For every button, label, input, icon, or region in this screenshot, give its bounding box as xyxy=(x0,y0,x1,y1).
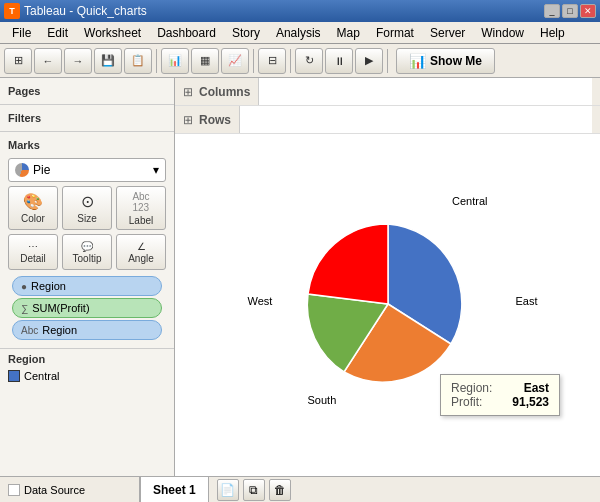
toolbar-save-button[interactable]: 💾 xyxy=(94,48,122,74)
sheet1-label: Sheet 1 xyxy=(153,483,196,497)
toolbar-filter-button[interactable]: ⊟ xyxy=(258,48,286,74)
window-controls[interactable]: _ □ ✕ xyxy=(544,4,596,18)
title-bar: T Tableau - Quick_charts _ □ ✕ xyxy=(0,0,600,22)
toolbar-back-button[interactable]: ← xyxy=(34,48,62,74)
toolbar-separator-1 xyxy=(156,49,157,73)
tooltip-label: Tooltip xyxy=(73,253,102,264)
tooltip-region-value: East xyxy=(524,381,549,395)
toolbar: ⊞ ← → 💾 📋 📊 ▦ 📈 ⊟ ↻ ⏸ ▶ 📊 Show Me xyxy=(0,44,600,78)
field-pills: ● Region ∑ SUM(Profit) Abc Region xyxy=(8,272,166,344)
columns-shelf[interactable]: ⊞ Columns xyxy=(175,78,600,106)
toolbar-grid-button[interactable]: ⊞ xyxy=(4,48,32,74)
angle-icon: ∠ xyxy=(137,241,146,252)
toolbar-forward-button[interactable]: → xyxy=(64,48,92,74)
toolbar-chart-button[interactable]: 📊 xyxy=(161,48,189,74)
detail-icon: ⋯ xyxy=(28,241,38,252)
label-mark-button[interactable]: Abc123 Label xyxy=(116,186,166,230)
rows-shelf[interactable]: ⊞ Rows xyxy=(175,106,600,134)
abc-icon: Abc xyxy=(21,325,38,336)
rows-label: Rows xyxy=(199,113,231,127)
menu-analysis[interactable]: Analysis xyxy=(268,24,329,42)
region-label-pill[interactable]: Abc Region xyxy=(12,320,162,340)
mark-buttons-row1: 🎨 Color ⊙ Size Abc123 Label xyxy=(8,186,166,230)
minimize-button[interactable]: _ xyxy=(544,4,560,18)
delete-sheet-icon[interactable]: 🗑 xyxy=(269,479,291,501)
tooltip-mark-button[interactable]: 💬 Tooltip xyxy=(62,234,112,270)
color-label: Color xyxy=(21,213,45,224)
region-color-label: Region xyxy=(31,280,66,292)
toolbar-refresh-button[interactable]: ↻ xyxy=(295,48,323,74)
color-mark-button[interactable]: 🎨 Color xyxy=(8,186,58,230)
menu-file[interactable]: File xyxy=(4,24,39,42)
tooltip-profit-row: Profit: 91,523 xyxy=(451,395,549,409)
menu-dashboard[interactable]: Dashboard xyxy=(149,24,224,42)
dimension-value: Central xyxy=(24,370,59,382)
menu-bar: File Edit Worksheet Dashboard Story Anal… xyxy=(0,22,600,44)
region-label-text: Region xyxy=(42,324,77,336)
duplicate-sheet-icon[interactable]: ⧉ xyxy=(243,479,265,501)
menu-edit[interactable]: Edit xyxy=(39,24,76,42)
menu-help[interactable]: Help xyxy=(532,24,573,42)
menu-map[interactable]: Map xyxy=(329,24,368,42)
toolbar-separator-4 xyxy=(387,49,388,73)
menu-story[interactable]: Story xyxy=(224,24,268,42)
toolbar-run-button[interactable]: ▶ xyxy=(355,48,383,74)
main-layout: Pages Filters Marks Pie ▾ 🎨 Color xyxy=(0,78,600,476)
size-mark-button[interactable]: ⊙ Size xyxy=(62,186,112,230)
app-icon: T xyxy=(4,3,20,19)
angle-label: Angle xyxy=(128,253,154,264)
tooltip-icon: 💬 xyxy=(81,241,93,252)
menu-worksheet[interactable]: Worksheet xyxy=(76,24,149,42)
size-label: Size xyxy=(77,213,96,224)
dimension-area: Region Central xyxy=(0,349,174,476)
dimension-item: Central xyxy=(8,369,166,383)
columns-grid-icon: ⊞ xyxy=(183,85,193,99)
marks-label: Marks xyxy=(8,136,166,154)
rows-shelf-content[interactable] xyxy=(239,106,592,133)
marks-dropdown-left: Pie xyxy=(15,163,50,177)
toolbar-chart2-button[interactable]: 📈 xyxy=(221,48,249,74)
columns-shelf-content[interactable] xyxy=(258,78,592,105)
datasource-checkbox[interactable] xyxy=(8,484,20,496)
dimension-color-swatch xyxy=(8,370,20,382)
filters-label: Filters xyxy=(8,109,166,127)
toolbar-bar-button[interactable]: ▦ xyxy=(191,48,219,74)
tooltip-region-row: Region: East xyxy=(451,381,549,395)
angle-mark-button[interactable]: ∠ Angle xyxy=(116,234,166,270)
marks-section: Marks Pie ▾ 🎨 Color ⊙ Size A xyxy=(0,132,174,349)
maximize-button[interactable]: □ xyxy=(562,4,578,18)
profit-angle-pill[interactable]: ∑ SUM(Profit) xyxy=(12,298,162,318)
menu-format[interactable]: Format xyxy=(368,24,422,42)
west-label: West xyxy=(248,294,273,308)
toolbar-pause-button[interactable]: ⏸ xyxy=(325,48,353,74)
close-button[interactable]: ✕ xyxy=(580,4,596,18)
data-source-tab[interactable]: Data Source xyxy=(0,477,140,502)
region-color-pill[interactable]: ● Region xyxy=(12,276,162,296)
detail-mark-button[interactable]: ⋯ Detail xyxy=(8,234,58,270)
chevron-down-icon: ▾ xyxy=(153,163,159,177)
right-content: ⊞ Columns ⊞ Rows xyxy=(175,78,600,476)
pages-section: Pages xyxy=(0,78,174,105)
pie-chart-icon xyxy=(15,163,29,177)
south-label: South xyxy=(308,393,337,407)
chart-area: Central East West South Region: East xyxy=(175,134,600,476)
central-label: Central xyxy=(452,194,487,208)
marks-type-label: Pie xyxy=(33,163,50,177)
label-abc-icon: Abc123 xyxy=(132,191,149,213)
pages-label: Pages xyxy=(8,82,166,100)
menu-server[interactable]: Server xyxy=(422,24,473,42)
chart-tooltip: Region: East Profit: 91,523 xyxy=(440,374,560,416)
show-me-button[interactable]: 📊 Show Me xyxy=(396,48,495,74)
marks-type-dropdown[interactable]: Pie ▾ xyxy=(8,158,166,182)
profit-label: SUM(Profit) xyxy=(32,302,89,314)
sum-icon: ∑ xyxy=(21,303,28,314)
mark-buttons-row2: ⋯ Detail 💬 Tooltip ∠ Angle xyxy=(8,234,166,270)
dimension-title: Region xyxy=(8,353,166,365)
menu-window[interactable]: Window xyxy=(473,24,532,42)
toolbar-separator-2 xyxy=(253,49,254,73)
filters-section: Filters xyxy=(0,105,174,132)
new-sheet-icon[interactable]: 📄 xyxy=(217,479,239,501)
toolbar-copy-button[interactable]: 📋 xyxy=(124,48,152,74)
sheet1-tab[interactable]: Sheet 1 xyxy=(140,477,209,502)
circle-icon: ● xyxy=(21,281,27,292)
